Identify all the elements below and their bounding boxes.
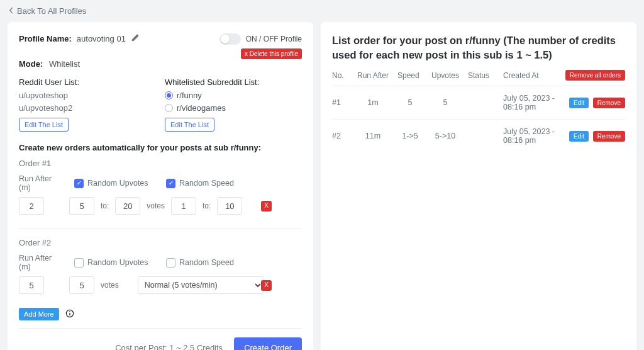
onoff-toggle[interactable] — [219, 33, 241, 45]
edit-button[interactable]: Edit — [569, 98, 589, 108]
edit-user-list-button[interactable]: Edit The List — [19, 118, 69, 132]
info-icon[interactable] — [65, 309, 74, 320]
mode-value: Whitelist — [49, 59, 80, 69]
radio-icon — [165, 104, 173, 112]
random-speed-label: Random Speed — [179, 258, 234, 267]
profile-name-value: autovoting 01 — [77, 34, 126, 43]
speed-from-input[interactable] — [171, 197, 196, 215]
random-upvotes-checkbox[interactable] — [74, 258, 84, 268]
mode-label: Mode: — [19, 59, 43, 69]
add-more-button[interactable]: Add More — [19, 308, 59, 320]
svg-point-2 — [69, 311, 70, 312]
order-label: Order #1 — [19, 159, 302, 168]
votes-label: votes — [101, 281, 119, 290]
cost-text: Cost per Post: 1 ~ 2.5 Credits — [115, 343, 223, 350]
run-after-label: Run After (m) — [19, 254, 63, 271]
remove-order-button[interactable]: X — [261, 280, 272, 291]
upvotes-to-input[interactable] — [115, 197, 140, 215]
orders-list-card: List order for your post on r/funny (The… — [321, 22, 636, 350]
user-list-title: Reddit User List: — [19, 77, 156, 87]
sub-list-item-label: r/funny — [177, 89, 202, 102]
col-created: Created At — [503, 71, 555, 80]
to-label: to: — [203, 201, 211, 210]
order-block-2: Order #2 Run After (m) Random Upvotes Ra… — [19, 238, 302, 294]
edit-button[interactable]: Edit — [569, 131, 589, 142]
run-after-input[interactable] — [19, 276, 44, 294]
cell-no: #1 — [332, 98, 357, 107]
cell-created: July 05, 2023 - 08:16 pm — [503, 94, 555, 111]
sub-list-title: Whitelisted Subreddit List: — [165, 77, 302, 87]
votes-label: votes — [147, 201, 165, 210]
user-list-item: u/upvoteshop — [19, 89, 156, 102]
table-row: #2 11m 1->5 5->10 July 05, 2023 - 08:16 … — [332, 120, 625, 152]
cell-runafter: 11m — [357, 132, 397, 140]
remove-button[interactable]: Remove — [593, 98, 625, 108]
col-speed: Speed — [397, 71, 431, 80]
remove-all-button[interactable]: Remove all orders — [565, 70, 625, 81]
cell-speed: 5 — [397, 98, 431, 107]
sub-list-item[interactable]: r/funny — [165, 89, 302, 102]
run-after-label: Run After (m) — [19, 174, 63, 192]
back-link-text: Back To All Profiles — [17, 6, 86, 16]
upvotes-from-input[interactable] — [69, 197, 94, 215]
cell-runafter: 1m — [357, 98, 397, 107]
sub-list-item-label: r/videogames — [177, 102, 226, 115]
pencil-icon[interactable] — [131, 33, 140, 44]
user-list-item: u/upvoteshop2 — [19, 102, 156, 115]
sub-list-item[interactable]: r/videogames — [165, 102, 302, 115]
cell-created: July 05, 2023 - 08:16 pm — [503, 127, 555, 145]
upvotes-input[interactable] — [69, 276, 94, 294]
col-status: Status — [468, 71, 503, 80]
speed-to-input[interactable] — [217, 197, 242, 215]
orders-list-title: List order for your post on r/funny (The… — [332, 33, 625, 62]
create-orders-title: Create new orders automatically for your… — [19, 143, 302, 152]
onoff-label: ON / OFF Profile — [246, 35, 302, 43]
back-link[interactable]: Back To All Profiles — [0, 0, 644, 22]
profile-name-label: Profile Name: — [19, 34, 72, 43]
table-row: #1 1m 5 5 July 05, 2023 - 08:16 pm Edit … — [332, 86, 625, 120]
order-block-1: Order #1 Run After (m) Random Upvotes Ra… — [19, 159, 302, 215]
cell-speed: 1->5 — [397, 132, 431, 140]
divider — [19, 328, 302, 329]
to-label: to: — [101, 201, 109, 210]
random-upvotes-checkbox[interactable] — [74, 179, 84, 188]
edit-sub-list-button[interactable]: Edit The List — [165, 118, 214, 132]
speed-select[interactable]: Normal (5 votes/min) — [138, 276, 264, 294]
svg-rect-1 — [69, 313, 70, 315]
random-speed-label: Random Speed — [179, 179, 234, 188]
cell-no: #2 — [332, 132, 357, 140]
profile-card: Profile Name: autovoting 01 ON / OFF Pro… — [8, 22, 313, 350]
col-runafter: Run After — [357, 71, 397, 80]
delete-profile-button[interactable]: x Delete this profile — [241, 48, 302, 59]
create-order-button[interactable]: Create Order — [234, 337, 302, 350]
chevron-left-icon — [9, 6, 13, 16]
col-upvotes: Upvotes — [431, 71, 468, 80]
random-speed-checkbox[interactable] — [166, 258, 175, 268]
table-header: No. Run After Speed Upvotes Status Creat… — [332, 70, 625, 86]
remove-order-button[interactable]: X — [261, 201, 272, 212]
remove-button[interactable]: Remove — [593, 131, 625, 142]
col-no: No. — [332, 71, 357, 80]
random-upvotes-label: Random Upvotes — [87, 258, 148, 267]
divider — [19, 229, 302, 229]
random-speed-checkbox[interactable] — [166, 179, 175, 188]
order-label: Order #2 — [19, 238, 302, 247]
run-after-input[interactable] — [19, 197, 44, 215]
random-upvotes-label: Random Upvotes — [87, 179, 148, 188]
radio-icon — [165, 91, 173, 99]
